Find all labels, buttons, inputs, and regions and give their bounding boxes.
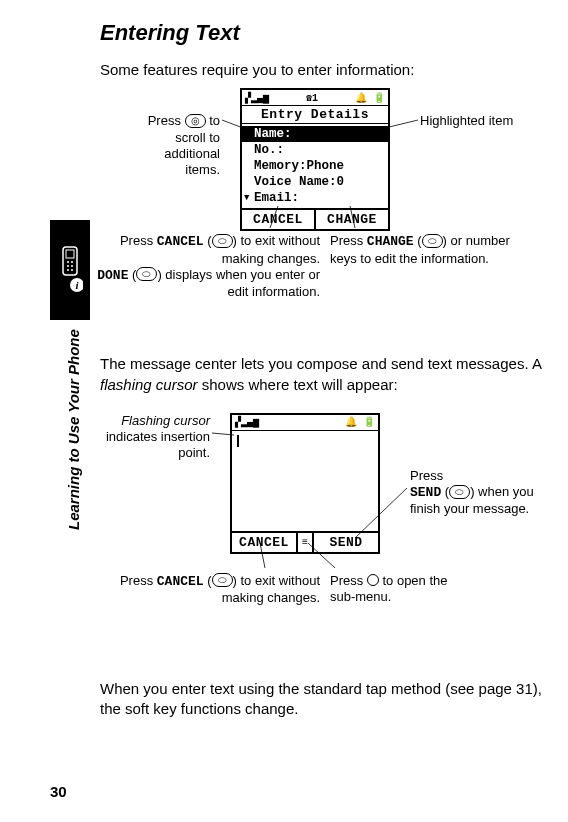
softkey-icon: ⬭ [212,234,233,248]
softkey-cancel[interactable]: CANCEL [232,533,296,552]
svg-point-4 [67,265,69,267]
text-entry-area[interactable] [232,431,378,531]
figure-message-entry: ▞▂▄▆ 🔔 🔋 CANCEL ≡ SEND Flashing cursor i… [100,403,555,673]
callout-change: Press CHANGE (⬭) or number keys to edit … [330,233,540,267]
softkey-cancel[interactable]: CANCEL [242,210,316,229]
softkey-icon: ⬭ [422,234,443,248]
callout-scroll: Press ◎ toscroll toadditionalitems. [90,113,220,178]
callout-send: Press SEND (⬭) when you finish your mess… [410,468,545,518]
list-item: Email: [254,190,384,206]
softkey-icon: ⬭ [212,573,233,587]
menu-key[interactable]: ≡ [296,533,314,552]
battery-icon: 🔔 🔋 [355,92,385,104]
status-bar: ▞▂▄▆ ☎1 🔔 🔋 [242,90,388,106]
screen-title: Entry Details [242,106,388,124]
status-bar: ▞▂▄▆ 🔔 🔋 [232,415,378,431]
softkey-send[interactable]: SEND [314,533,378,552]
signal-icon: ▞▂▄▆ [235,416,259,428]
nav-key-icon: ◎ [185,114,206,128]
svg-point-2 [67,261,69,263]
battery-icon: 🔔 🔋 [345,416,375,428]
svg-rect-0 [63,247,77,275]
softkey-icon: ⬭ [136,267,157,281]
svg-rect-1 [66,250,74,258]
scroll-down-icon: ▼ [244,190,249,206]
menu-key-icon [367,574,379,586]
mid-text: The message center lets you compose and … [100,354,555,395]
list-item: Memory:Phone [254,158,384,174]
figure-entry-details: ▞▂▄▆ ☎1 🔔 🔋 Entry Details ▲ Name: No.: M… [100,88,555,348]
svg-point-6 [67,269,69,271]
list-item: No.: [254,142,384,158]
section-label: Learning to Use Your Phone [65,329,82,530]
signal-icon: ▞▂▄▆ [245,92,269,104]
svg-point-7 [71,269,73,271]
side-tab-icon: i [50,220,90,320]
callout-cancel: Press CANCEL (⬭) to exit without making … [90,233,320,300]
softkey-change[interactable]: CHANGE [316,210,388,229]
callout-highlighted: Highlighted item [420,113,530,129]
callout-submenu: Press to open thesub-menu. [330,573,510,606]
phone-screen-1: ▞▂▄▆ ☎1 🔔 🔋 Entry Details ▲ Name: No.: M… [240,88,390,231]
entry-list: ▲ Name: No.: Memory:Phone Voice Name:0 E… [242,124,388,208]
list-item: Name: [242,126,388,142]
svg-point-5 [71,265,73,267]
callout-cursor: Flashing cursor indicates insertion poin… [100,413,210,462]
softkey-icon: ⬭ [449,485,470,499]
menu-icon: ≡ [300,537,310,548]
phone-screen-2: ▞▂▄▆ 🔔 🔋 CANCEL ≡ SEND [230,413,380,554]
page-number: 30 [50,783,67,800]
scroll-up-icon: ▲ [244,126,249,142]
page-heading: Entering Text [100,20,555,46]
outro-text: When you enter text using the standard t… [100,679,555,720]
list-item: Voice Name:0 [254,174,384,190]
line-indicator: ☎1 [306,92,318,104]
svg-point-3 [71,261,73,263]
callout-cancel2: Press CANCEL (⬭) to exit without making … [90,573,320,607]
text-cursor [237,435,239,447]
intro-text: Some features require you to enter infor… [100,60,555,80]
